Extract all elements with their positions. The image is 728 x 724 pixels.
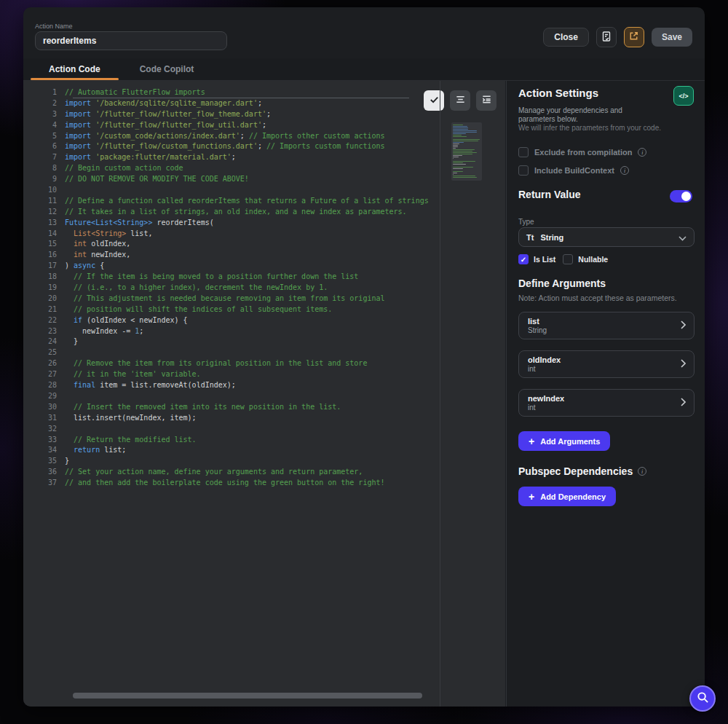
- action-settings-panel: Action Settings </> Manage your dependen…: [506, 81, 705, 707]
- is-list-label: Is List: [534, 255, 555, 264]
- code-line: 30 // Insert the removed item into its n…: [23, 402, 429, 413]
- toggle-knob: [681, 192, 691, 201]
- code-line: 9// DO NOT REMOVE OR MODIFY THE CODE ABO…: [23, 174, 429, 185]
- code-editor: 1// Automatic FlutterFlow imports2import…: [23, 81, 505, 707]
- info-icon: i: [638, 148, 646, 157]
- code-line: 12// It takes in a list of strings, an o…: [23, 207, 429, 218]
- exclude-compilation-checkbox[interactable]: [518, 147, 529, 157]
- code-tag-icon: </>: [678, 93, 688, 100]
- define-arguments-title: Define Arguments: [518, 278, 606, 289]
- code-line: 32: [23, 424, 429, 435]
- open-external-button[interactable]: [624, 27, 644, 47]
- tab-code-copilot[interactable]: Code Copilot: [120, 58, 214, 80]
- minimap-content: [453, 125, 480, 178]
- code-line: 31 list.insert(newIndex, item);: [23, 413, 429, 424]
- code-line: 15 int oldIndex,: [23, 239, 429, 250]
- code-line: 2import '/backend/sqlite/sqlite_manager.…: [23, 98, 429, 109]
- add-arguments-button[interactable]: + Add Arguments: [518, 431, 610, 451]
- code-line: 8// Begin custom action code: [23, 163, 429, 174]
- return-value-toggle[interactable]: [670, 190, 692, 202]
- code-line: 13Future<List<String>> reorderItems(: [23, 218, 429, 229]
- code-line: 37// and then add the boilerplate code u…: [23, 478, 429, 489]
- add-arguments-label: Add Arguments: [540, 437, 600, 446]
- header-actions: Close Save: [543, 27, 692, 47]
- chevron-right-icon: [681, 319, 686, 332]
- code-line: 14 List<String> list,: [23, 229, 429, 240]
- code-line: 22 if (oldIndex < newIndex) {: [23, 315, 429, 326]
- return-type-value: String: [540, 233, 672, 242]
- code-lines[interactable]: 1// Automatic FlutterFlow imports2import…: [23, 87, 429, 489]
- argument-card-list[interactable]: list String: [518, 312, 695, 339]
- nullable-checkbox[interactable]: [563, 254, 573, 264]
- action-name-value: reorderItems: [43, 36, 96, 46]
- tab-action-code[interactable]: Action Code: [29, 58, 120, 80]
- include-buildcontext-row[interactable]: Include BuildContext i: [518, 165, 629, 176]
- horizontal-scrollbar[interactable]: [73, 693, 422, 699]
- code-line: 35}: [23, 456, 429, 467]
- pubspec-heading-row: Pubspec Dependencies i: [518, 465, 646, 477]
- indent-code-button[interactable]: [476, 90, 496, 111]
- code-line: 4import '/flutter_flow/flutter_flow_util…: [23, 120, 429, 131]
- check-icon: [429, 94, 440, 107]
- search-icon: [697, 691, 709, 707]
- file-check-icon: [601, 31, 612, 44]
- pubspec-title: Pubspec Dependencies: [518, 465, 633, 477]
- action-settings-title: Action Settings: [518, 87, 598, 99]
- info-icon: i: [638, 467, 646, 476]
- code-line: 5import '/custom_code/actions/index.dart…: [23, 131, 429, 142]
- save-button[interactable]: Save: [652, 28, 692, 47]
- code-line: 10: [23, 185, 429, 196]
- code-line: 17) async {: [23, 261, 429, 272]
- action-name-input[interactable]: reorderItems: [35, 31, 227, 50]
- zoom-search-button[interactable]: [689, 685, 716, 712]
- is-list-checkbox[interactable]: ✓: [518, 254, 529, 264]
- code-line: 21 // position will shift the indices of…: [23, 304, 429, 315]
- chevron-right-icon: [681, 358, 686, 371]
- code-line: 26 // Remove the item from its original …: [23, 358, 429, 369]
- code-line: 33 // Return the modified list.: [23, 435, 429, 446]
- include-buildcontext-checkbox[interactable]: [518, 165, 529, 176]
- editor-separator: [440, 81, 440, 707]
- code-line: 23 newIndex -= 1;: [23, 326, 429, 337]
- nullable-option[interactable]: Nullable: [563, 254, 608, 264]
- code-line: 20 // This adjustment is needed because …: [23, 294, 429, 304]
- type-label: Type: [518, 218, 534, 226]
- plus-icon: +: [529, 436, 534, 446]
- tab-bar: Action Code Code Copilot: [23, 58, 705, 81]
- code-line: 34 return list;: [23, 445, 429, 456]
- code-line: 11// Define a function called reorderIte…: [23, 196, 429, 207]
- argument-name: newIndex: [528, 394, 564, 403]
- argument-type: int: [528, 404, 536, 412]
- indent-icon: [481, 94, 492, 107]
- check-code-button[interactable]: [424, 90, 444, 111]
- include-buildcontext-label: Include BuildContext: [534, 166, 614, 175]
- add-dependency-button[interactable]: + Add Dependency: [518, 487, 616, 506]
- code-line: 16 int newIndex,: [23, 250, 429, 261]
- editor-toolbar: [424, 90, 496, 111]
- minimap[interactable]: [451, 122, 482, 181]
- argument-card-oldindex[interactable]: oldIndex int: [518, 350, 695, 378]
- return-type-dropdown[interactable]: Tt String: [518, 227, 695, 247]
- custom-action-dialog: Action Name reorderItems Close Save: [23, 7, 705, 707]
- code-line: 25: [23, 347, 429, 358]
- format-file-button[interactable]: [596, 27, 617, 47]
- nullable-label: Nullable: [578, 255, 608, 264]
- chevron-right-icon: [681, 396, 686, 409]
- code-line: 19 // (i.e., to a higher index), decreme…: [23, 283, 429, 294]
- code-line: 27 // it in the 'item' variable.: [23, 369, 429, 380]
- code-line: 7import 'package:flutter/material.dart';: [23, 152, 429, 163]
- code-line: 18 // If the item is being moved to a po…: [23, 272, 429, 283]
- check-icon: ✓: [521, 256, 526, 264]
- is-list-option[interactable]: ✓ Is List: [518, 254, 555, 264]
- code-line: 29: [23, 391, 429, 402]
- format-align-button[interactable]: [450, 90, 470, 111]
- argument-card-newindex[interactable]: newIndex int: [518, 389, 695, 417]
- close-button[interactable]: Close: [543, 28, 589, 47]
- text-type-icon: Tt: [526, 233, 534, 242]
- argument-type: String: [528, 326, 547, 334]
- exclude-compilation-label: Exclude from compilation: [534, 148, 632, 157]
- insert-boilerplate-button[interactable]: </>: [673, 86, 694, 106]
- code-line: 6import '/flutter_flow/custom_functions.…: [23, 141, 429, 152]
- add-dependency-label: Add Dependency: [540, 492, 606, 501]
- exclude-compilation-row[interactable]: Exclude from compilation i: [518, 147, 646, 157]
